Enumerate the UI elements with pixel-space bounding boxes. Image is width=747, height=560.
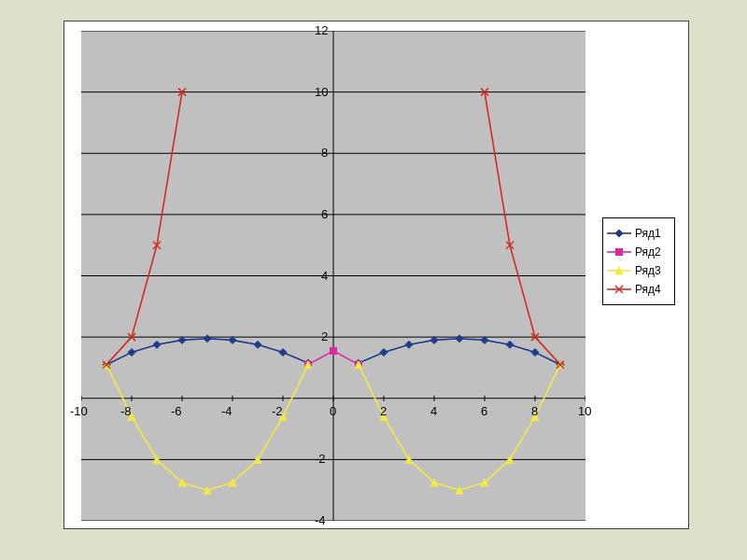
y-tick-label: 12 [315,23,328,37]
svg-marker-31 [380,349,388,357]
legend-item: Ряд3 [607,261,670,280]
svg-marker-28 [279,349,287,357]
svg-marker-77 [615,230,623,237]
plot-area [81,31,585,521]
x-tick-label: -4 [221,404,233,418]
x-tick-label: 6 [481,404,487,418]
svg-marker-27 [254,341,261,348]
legend-item: Ряд1 [607,224,670,243]
x-tick-label: -10 [70,404,88,418]
y-tick-label: 4 [321,269,328,283]
legend-swatch-4 [607,283,631,296]
x-tick-label: -6 [171,404,182,418]
x-tick-label: 10 [578,404,591,418]
x-tick-label: 0 [330,404,336,418]
legend-item: Ряд4 [607,280,670,299]
y-tick-label: -4 [315,513,326,527]
y-tick-label: 2 [321,329,328,343]
svg-marker-34 [456,335,463,343]
svg-marker-55 [456,486,463,494]
svg-rect-79 [616,249,623,256]
y-tick-label: 10 [315,85,328,99]
svg-marker-46 [204,486,211,494]
svg-marker-32 [405,341,413,348]
plot-svg [81,31,585,521]
x-tick-label: -8 [120,404,132,418]
svg-marker-25 [204,335,211,343]
x-tick-label: 4 [430,404,437,418]
svg-marker-37 [531,349,539,357]
chart-frame: Ряд1 Ряд2 Ряд3 Ряд4 -10-8-6-4-20246810-4… [63,21,689,529]
y-tick-label: -2 [315,452,326,466]
svg-marker-22 [128,349,135,357]
legend-swatch-1 [607,227,631,240]
legend-label: Ряд3 [635,264,661,277]
svg-rect-40 [331,347,337,354]
x-tick-label: 2 [380,404,387,418]
svg-marker-36 [506,341,514,348]
legend-label: Ряд2 [635,245,661,259]
legend-swatch-3 [607,264,631,277]
legend: Ряд1 Ряд2 Ряд3 Ряд4 [602,217,675,305]
legend-label: Ряд1 [635,227,661,240]
x-tick-label: -2 [272,404,283,418]
x-tick-label: 8 [531,404,538,418]
legend-item: Ряд2 [607,243,670,261]
y-tick-label: 8 [321,146,328,160]
legend-swatch-2 [607,245,631,259]
legend-label: Ряд4 [635,283,661,296]
y-tick-label: 6 [321,207,328,221]
svg-marker-23 [153,341,161,348]
